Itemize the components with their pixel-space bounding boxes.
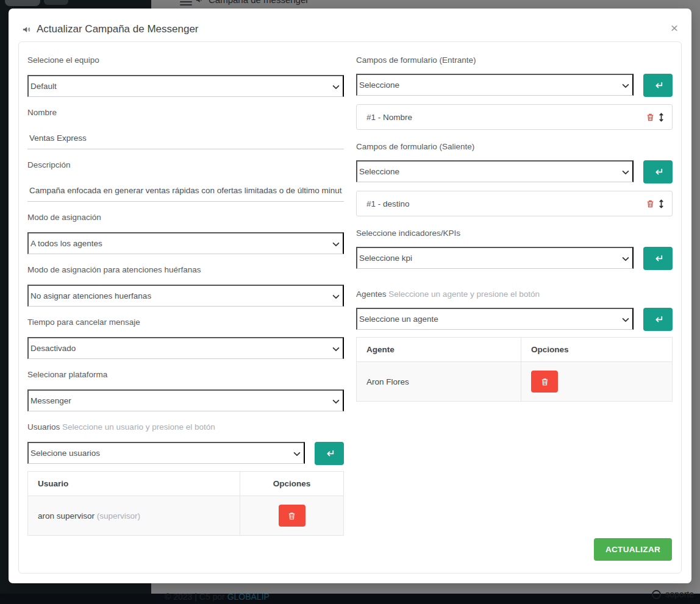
orphan-mode-group: Modo de asignación para atenciones huérf… [27,264,344,307]
user-role: (supervisor) [97,511,140,521]
agents-hint: Seleccione un agente y presione el botón [388,290,540,299]
name-group: Nombre [27,107,344,149]
delete-user-button[interactable] [279,505,305,527]
assign-mode-select[interactable]: A todos los agentes [27,232,344,254]
delete-agent-button[interactable] [531,371,558,393]
enter-icon [324,449,335,458]
chevron-down-icon [332,240,340,249]
platform-group: Selecionar plataforma Messenger [27,369,344,411]
add-form-in-field-button[interactable] [643,74,673,97]
trash-icon [646,113,655,122]
users-table: Usuario Opciones aron supervisor (superv… [27,471,344,536]
assign-mode-group: Modo de asignación A todos los agentes [27,211,344,254]
chevron-down-icon [332,293,340,301]
right-column: Campos de formulario (Entrante) Seleccio… [356,54,673,545]
agents-select-value: Seleccione un agente [359,314,438,324]
user-cell: aron supervisor (supervisor) [28,496,240,536]
users-hint: Seleccione un usuario y presione el botó… [62,422,215,432]
form-out-group: Campos de formulario (Saliente) Seleccio… [356,141,673,216]
agents-label: Agentes Seleccione un agente y presione … [356,288,673,300]
agents-table: Agente Opciones Aron Flores [356,337,673,402]
name-input[interactable] [27,127,344,149]
delete-field-button[interactable] [646,113,655,122]
users-group: Usuarios Seleccione un usuario y presion… [27,421,344,536]
enter-icon [652,80,664,90]
assign-mode-label: Modo de asignación [27,211,344,224]
form-out-select-value: Seleccione [359,167,399,176]
left-column: Selecione el equipo Default Nombre Descr… [27,54,344,545]
users-table-header-options: Opciones [240,472,344,496]
kpi-group: Seleccione indicadores/KPIs Seleccione k… [356,227,673,270]
enter-icon [652,314,664,324]
trash-icon [646,199,655,208]
trash-icon [540,377,549,386]
kpi-select-value: Seleccione kpi [359,254,412,263]
user-options-cell [240,496,344,536]
chevron-down-icon [621,316,630,324]
orphan-mode-value: No asignar atenciones huerfanas [30,291,151,300]
agents-table-header-options: Opciones [521,338,673,362]
chevron-down-icon [332,345,340,354]
description-group: Descripción [27,159,344,202]
chevron-down-icon [332,83,340,91]
team-select[interactable]: Default [27,75,344,97]
form-in-select-value: Seleccione [359,80,399,90]
campaign-icon [22,25,31,34]
add-agent-button[interactable] [643,308,673,331]
form-in-select[interactable]: Seleccione [356,74,634,96]
agents-label-text: Agentes [356,290,387,299]
form-in-field-text: #1 - Nombre [366,113,646,122]
form-out-label: Campos de formulario (Saliente) [356,141,673,153]
enter-icon [652,254,664,263]
chevron-down-icon [621,82,630,90]
cancel-time-value: Desactivado [30,344,76,353]
form-out-field-item: #1 - destino [356,191,673,216]
add-user-button[interactable] [315,442,344,465]
users-select[interactable]: Selecione usuarios [27,442,305,464]
move-vertical-icon[interactable] [658,112,665,123]
chevron-down-icon [621,255,630,263]
modal-header: Actualizar Campaña de Messenger × [22,23,678,35]
kpi-label: Seleccione indicadores/KPIs [356,227,673,240]
agents-select[interactable]: Seleccione un agente [356,308,634,330]
chevron-down-icon [293,450,301,458]
cancel-time-select[interactable]: Desactivado [27,337,344,359]
form-in-group: Campos de formulario (Entrante) Seleccio… [356,54,673,130]
cancel-time-label: Tiempo para cancelar mensaje [27,316,344,329]
agent-options-cell [521,362,673,402]
users-label-text: Usuarios [27,422,60,432]
trash-icon [287,511,296,521]
form-out-field-text: #1 - destino [366,199,646,208]
agents-group: Agentes Seleccione un agente y presione … [356,288,673,402]
user-name: aron supervisor [38,511,95,521]
enter-icon [652,167,664,177]
modal-body: Selecione el equipo Default Nombre Descr… [18,41,682,574]
move-vertical-icon[interactable] [658,199,665,209]
agent-cell: Aron Flores [357,362,521,402]
update-campaign-modal: Actualizar Campaña de Messenger × Seleci… [9,9,691,583]
platform-label: Selecionar plataforma [27,369,344,381]
kpi-select[interactable]: Seleccione kpi [356,247,634,269]
orphan-mode-select[interactable]: No asignar atenciones huerfanas [27,285,344,307]
table-row: Aron Flores [357,362,673,402]
update-button[interactable]: ACTUALIZAR [594,538,672,561]
chevron-down-icon [332,397,340,406]
description-label: Descripción [27,159,344,171]
add-form-out-field-button[interactable] [643,160,673,183]
form-in-field-item: #1 - Nombre [356,104,673,130]
add-kpi-button[interactable] [643,247,673,270]
form-out-select[interactable]: Seleccione [356,160,634,182]
modal-title: Actualizar Campaña de Messenger [37,23,199,35]
name-label: Nombre [27,107,344,119]
cancel-time-group: Tiempo para cancelar mensaje Desactivado [27,316,344,359]
users-label: Usuarios Seleccione un usuario y presion… [27,421,344,433]
orphan-mode-label: Modo de asignación para atenciones huérf… [27,264,344,276]
users-table-header-name: Usuario [28,472,240,496]
agents-table-header-name: Agente [357,338,521,362]
close-icon[interactable]: × [671,23,678,33]
platform-select[interactable]: Messenger [27,389,344,411]
form-in-label: Campos de formulario (Entrante) [356,54,673,66]
delete-field-button[interactable] [646,199,655,208]
team-label: Selecione el equipo [27,54,344,66]
description-input[interactable] [27,180,344,202]
